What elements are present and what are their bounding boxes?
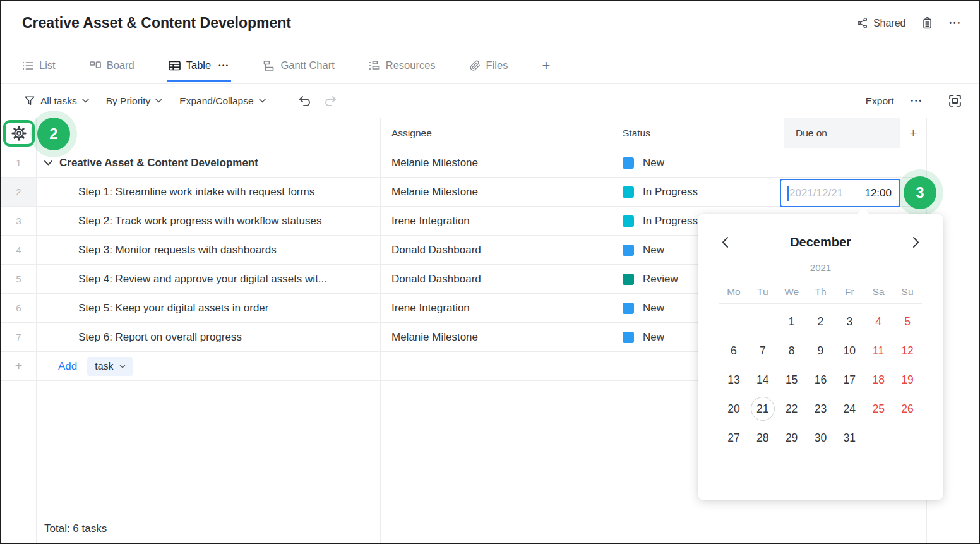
chevron-down-icon: [259, 99, 266, 103]
calendar-day[interactable]: 6: [719, 336, 748, 365]
annotation-step-2-badge: 2: [37, 118, 70, 150]
tab-table[interactable]: Table •••: [169, 47, 230, 83]
calendar-day[interactable]: 14: [748, 365, 777, 394]
tab-board[interactable]: Board: [90, 47, 134, 83]
calendar-day[interactable]: 5: [893, 307, 922, 336]
status-color-swatch: [623, 245, 634, 256]
due-cell[interactable]: [784, 148, 900, 177]
undo-icon[interactable]: [297, 95, 312, 107]
calendar-day[interactable]: 20: [719, 394, 748, 423]
table-view-options-button[interactable]: •••: [218, 63, 229, 69]
assignee-column-header[interactable]: Assignee: [381, 118, 611, 148]
assignee-cell[interactable]: Melanie Milestone: [381, 178, 611, 206]
calendar-day[interactable]: 31: [835, 423, 864, 452]
collapse-chevron-icon[interactable]: [44, 160, 52, 166]
calendar-day[interactable]: 18: [864, 365, 893, 394]
toolbar-more-button[interactable]: •••: [911, 97, 923, 104]
due-column-header[interactable]: Due on: [784, 118, 900, 148]
sort-label: By Priority: [106, 95, 151, 107]
task-title-cell[interactable]: Step 6: Report on overall progress: [37, 323, 381, 351]
date-input-placeholder[interactable]: 2021/12/21: [789, 187, 843, 200]
tab-gantt-chart[interactable]: Gantt Chart: [263, 47, 334, 83]
tab-list[interactable]: List: [22, 47, 56, 83]
table-row[interactable]: 1 Creative Asset & Content Development M…: [1, 148, 927, 178]
task-column-header[interactable]: [37, 118, 381, 148]
tab-files[interactable]: Files: [470, 47, 508, 83]
filter-dropdown[interactable]: All tasks: [24, 95, 89, 107]
expand-collapse-label: Expand/Collapse: [179, 95, 253, 107]
assignee-cell[interactable]: Irene Integration: [381, 207, 611, 235]
expand-collapse-dropdown[interactable]: Expand/Collapse: [179, 95, 265, 107]
status-cell[interactable]: In Progress: [611, 178, 784, 206]
footer-total-cell: Total: 6 tasks: [37, 514, 381, 543]
calendar-day[interactable]: 29: [777, 423, 806, 452]
calendar-day[interactable]: 17: [835, 365, 864, 394]
calendar-day[interactable]: 26: [893, 394, 922, 423]
column-divider: [611, 381, 611, 514]
calendar-day-selected[interactable]: 21: [748, 394, 777, 423]
calendar-day[interactable]: 16: [806, 365, 835, 394]
calendar-day[interactable]: 11: [864, 336, 893, 365]
calendar-day[interactable]: 24: [835, 394, 864, 423]
task-title-cell[interactable]: Step 3: Monitor requests with dashboards: [37, 236, 381, 264]
calendar-day[interactable]: 10: [835, 336, 864, 365]
previous-month-icon[interactable]: [720, 236, 729, 248]
task-title-cell[interactable]: Step 4: Review and approve your digital …: [37, 265, 381, 293]
status-cell[interactable]: New: [611, 148, 784, 177]
add-column-button[interactable]: +: [900, 118, 927, 148]
add-button[interactable]: Add: [58, 360, 77, 373]
calendar-year-label[interactable]: 2021: [698, 262, 943, 273]
assignee-cell[interactable]: Donald Dashboard: [381, 236, 611, 264]
calendar-day[interactable]: 2: [806, 307, 835, 336]
status-color-swatch: [623, 186, 634, 198]
calendar-day[interactable]: 3: [835, 307, 864, 336]
calendar-day[interactable]: 4: [864, 307, 893, 336]
clipboard-icon[interactable]: [921, 16, 933, 30]
add-row-plus-cell[interactable]: +: [1, 352, 37, 380]
task-title-cell[interactable]: Step 2: Track work progress with workflo…: [37, 207, 381, 235]
calendar-day[interactable]: 27: [719, 423, 748, 452]
calendar-month-label[interactable]: December: [790, 235, 851, 250]
assignee-cell[interactable]: Donald Dashboard: [381, 265, 611, 293]
calendar-day-empty: [748, 307, 777, 336]
task-title-cell[interactable]: Step 1: Streamline work intake with requ…: [37, 178, 381, 206]
export-button[interactable]: Export: [866, 95, 894, 107]
redo-icon[interactable]: [323, 95, 338, 107]
add-type-dropdown[interactable]: task: [87, 357, 133, 376]
calendar-day[interactable]: 1: [777, 307, 806, 336]
time-value[interactable]: 12:00: [864, 187, 892, 200]
calendar-day[interactable]: 15: [777, 365, 806, 394]
calendar-day[interactable]: 22: [777, 394, 806, 423]
gear-icon[interactable]: [11, 125, 27, 142]
shared-button[interactable]: Shared: [856, 17, 906, 29]
task-title-cell[interactable]: Creative Asset & Content Development: [37, 148, 381, 177]
next-month-icon[interactable]: [912, 236, 921, 248]
calendar-day[interactable]: 28: [748, 423, 777, 452]
assignee-cell[interactable]: Melanie Milestone: [381, 148, 611, 177]
calendar-day[interactable]: 9: [806, 336, 835, 365]
task-title-cell[interactable]: Step 5: Keep your digital assets in orde…: [37, 294, 381, 322]
fullscreen-icon[interactable]: [948, 94, 962, 108]
calendar-day[interactable]: 7: [748, 336, 777, 365]
calendar-day[interactable]: 12: [893, 336, 922, 365]
tab-resources[interactable]: Resources: [369, 47, 436, 83]
task-title: Step 5: Keep your digital assets in orde…: [78, 302, 268, 315]
calendar-day[interactable]: 30: [806, 423, 835, 452]
add-view-button[interactable]: +: [542, 47, 550, 83]
calendar-day[interactable]: 25: [864, 394, 893, 423]
plus-icon: +: [542, 57, 550, 74]
due-date-editor[interactable]: 2021/12/21 12:00: [780, 179, 900, 207]
calendar-day[interactable]: 19: [893, 365, 922, 394]
calendar-day[interactable]: 8: [777, 336, 806, 365]
sort-dropdown[interactable]: By Priority: [106, 95, 163, 107]
calendar-day[interactable]: 23: [806, 394, 835, 423]
table-footer-row: Total: 6 tasks: [1, 514, 927, 543]
row-spacer-cell: [900, 148, 927, 177]
status-column-header[interactable]: Status: [611, 118, 784, 148]
task-title: Step 1: Streamline work intake with requ…: [78, 186, 314, 198]
assignee-cell[interactable]: Melanie Milestone: [381, 323, 611, 351]
project-more-button[interactable]: •••: [949, 20, 962, 27]
assignee-cell[interactable]: Irene Integration: [381, 294, 611, 322]
table-header-row: Assignee Status Due on +: [1, 118, 927, 148]
calendar-day[interactable]: 13: [719, 365, 748, 394]
